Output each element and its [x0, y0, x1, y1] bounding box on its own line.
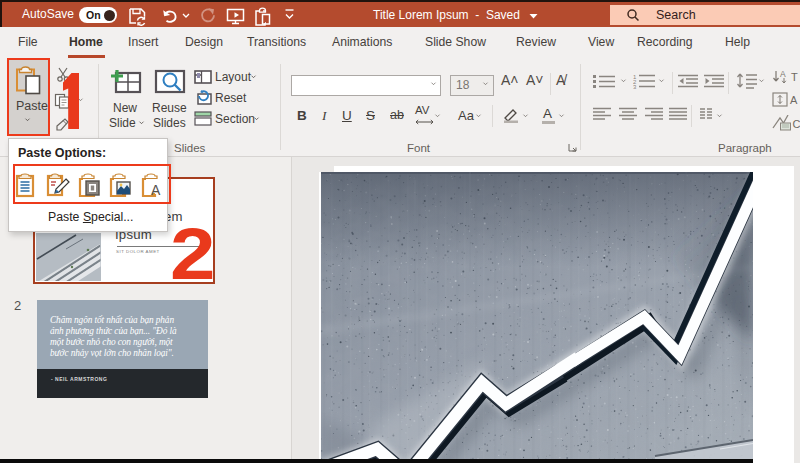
svg-text:C: C [793, 118, 800, 130]
svg-text:A: A [780, 69, 786, 79]
svg-text:T: T [791, 71, 798, 83]
svg-text:A: A [790, 94, 798, 106]
svg-text:3: 3 [633, 84, 637, 89]
